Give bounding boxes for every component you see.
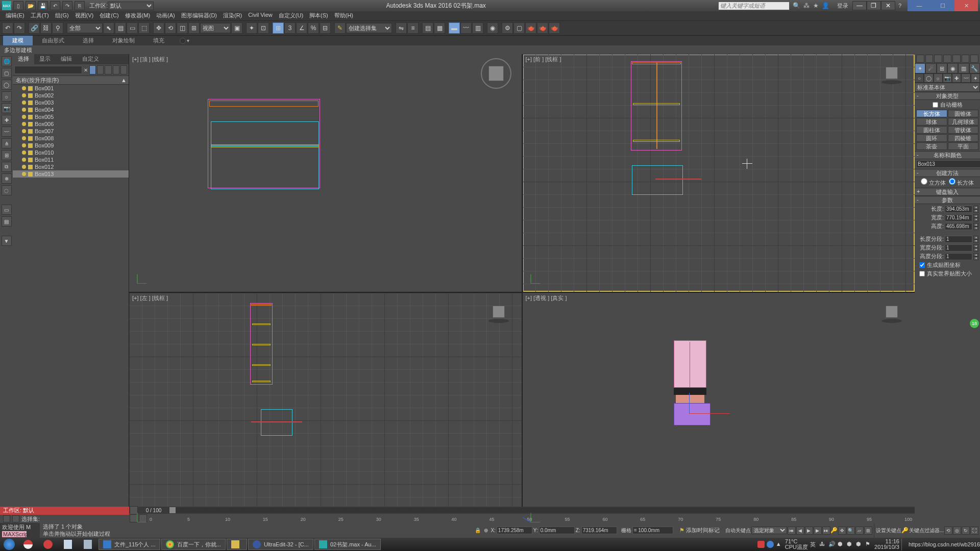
viewport-persp-label[interactable]: [+] [透视 ] [真实 ] xyxy=(526,294,567,302)
visibility-icon[interactable] xyxy=(22,172,26,176)
z-input[interactable] xyxy=(581,527,617,534)
layers-icon[interactable]: ▤ xyxy=(422,22,433,34)
visibility-icon[interactable] xyxy=(22,151,26,155)
task-item[interactable] xyxy=(227,539,247,550)
radio-cube[interactable]: 立方体 xyxy=(921,178,946,187)
start-button[interactable] xyxy=(0,538,18,551)
maximize-button[interactable]: ☐ xyxy=(931,0,954,11)
menu-edit[interactable]: 编辑(E) xyxy=(3,11,27,20)
goto-start-icon[interactable]: ⏮ xyxy=(788,527,796,535)
prim-torus-button[interactable]: 圆环 xyxy=(916,134,947,142)
list-item[interactable]: Box006 xyxy=(13,120,129,128)
select-object-icon[interactable]: ⬉ xyxy=(103,22,114,34)
systems-subtab-icon[interactable]: ✦ xyxy=(971,73,980,83)
visibility-icon[interactable] xyxy=(22,93,26,97)
height-spinner[interactable]: ▴▾ xyxy=(973,223,978,230)
select-name-icon[interactable]: ▤ xyxy=(115,22,126,34)
play-icon[interactable]: ▶ xyxy=(805,527,813,535)
select-rect-icon[interactable]: ▭ xyxy=(127,22,138,34)
ls-warp-icon[interactable]: 〰 xyxy=(2,127,12,137)
cmd-ic2-icon[interactable] xyxy=(925,55,934,63)
redo-icon[interactable]: ↷ xyxy=(14,22,25,34)
realworld-checkbox[interactable] xyxy=(919,271,925,277)
layer-explorer-icon[interactable]: ▦ xyxy=(434,22,445,34)
motion-tab-icon[interactable]: ◉ xyxy=(947,63,958,73)
tray-s-icon[interactable] xyxy=(757,541,765,548)
ls-light-icon[interactable]: ☼ xyxy=(2,91,12,102)
named-sel-set[interactable]: 创建选择集 xyxy=(346,23,392,33)
goto-end-icon[interactable]: ⏭ xyxy=(822,527,830,535)
viewport-top-label[interactable]: [+] [顶 ] [线框 ] xyxy=(132,56,168,63)
nav-dolly-icon[interactable]: ◎ xyxy=(953,527,961,535)
menu-create[interactable]: 创建(C) xyxy=(97,11,121,20)
autokey-label[interactable]: 自动关键点 xyxy=(725,527,751,534)
login-link[interactable]: 登录 xyxy=(837,2,848,10)
list-item[interactable]: Box002 xyxy=(13,92,129,99)
ribbon-tab-populate[interactable]: 填充 xyxy=(144,36,174,45)
create-tab-icon[interactable]: ✦ xyxy=(915,63,925,73)
percent-snap-icon[interactable]: % xyxy=(308,22,319,34)
ls-bone-icon[interactable]: ⋔ xyxy=(2,138,12,148)
prev-frame-icon[interactable]: ◀ xyxy=(796,527,804,535)
category-select[interactable]: 标准基本体 xyxy=(915,83,980,92)
utilities-tab-icon[interactable]: 🔧 xyxy=(969,63,980,73)
height-input[interactable] xyxy=(945,223,972,230)
star-icon[interactable]: ★ xyxy=(812,2,820,10)
menu-customize[interactable]: 自定义(U) xyxy=(276,11,306,20)
toggle-ribbon-icon[interactable]: ▬ xyxy=(449,22,460,34)
explorer-tool4-icon[interactable] xyxy=(113,65,119,74)
key-icon[interactable]: 🔑 xyxy=(831,527,838,534)
rollout-createmethod[interactable]: -创建方法 xyxy=(915,169,980,177)
ls-cam-icon[interactable]: 📷 xyxy=(2,103,12,113)
ws-icon2[interactable] xyxy=(12,515,19,522)
task-item[interactable]: 百度一下，你就... xyxy=(161,539,226,550)
hseg-input[interactable] xyxy=(945,253,972,260)
helpers-subtab-icon[interactable]: ✚ xyxy=(952,73,961,83)
align-icon[interactable]: ≡ xyxy=(407,22,419,34)
pin-pokeball-icon[interactable] xyxy=(18,538,38,550)
edit-selection-icon[interactable]: ✎ xyxy=(334,22,346,34)
list-item[interactable]: Box012 xyxy=(13,163,129,170)
viewport-top[interactable]: [+] [顶 ] [线框 ] xyxy=(129,54,522,292)
hierarchy-tab-icon[interactable]: ⊞ xyxy=(937,63,947,73)
shapes-subtab-icon[interactable]: ◯ xyxy=(924,73,933,83)
viewport-perspective[interactable]: [+] [透视 ] [真实 ] xyxy=(523,293,915,531)
explorer-clear-icon[interactable]: ✕ xyxy=(83,66,88,73)
tray-ime-icon[interactable]: 英 xyxy=(810,541,817,548)
cameras-subtab-icon[interactable]: 📷 xyxy=(943,73,952,83)
genuv-checkbox[interactable] xyxy=(919,262,925,268)
menu-help[interactable]: 帮助(H) xyxy=(332,11,356,20)
list-item[interactable]: Box001 xyxy=(13,85,129,92)
inner-minimize-icon[interactable]: — xyxy=(852,1,867,10)
list-item[interactable]: Box004 xyxy=(13,106,129,113)
qat-open-icon[interactable]: 📂 xyxy=(26,1,36,10)
spinner-snap-icon[interactable]: ⊟ xyxy=(320,22,331,34)
render-last-icon[interactable]: 🫖 xyxy=(549,22,560,34)
ws-icon1[interactable] xyxy=(3,515,10,522)
menu-graph[interactable]: 图形编辑器(D) xyxy=(179,11,219,20)
prim-geosphere-button[interactable]: 几何球体 xyxy=(948,118,979,126)
scale-icon[interactable]: ◫ xyxy=(177,22,188,34)
modify-tab-icon[interactable]: ☄ xyxy=(925,63,936,73)
mirror-icon[interactable]: ⇋ xyxy=(396,22,407,34)
comm-icon[interactable]: ⁂ xyxy=(802,2,811,10)
visibility-icon[interactable] xyxy=(22,165,26,169)
curve-editor-icon[interactable]: 〰 xyxy=(460,22,472,34)
angle-snap-icon[interactable]: ∠ xyxy=(296,22,307,34)
prim-cone-button[interactable]: 圆锥体 xyxy=(948,110,979,117)
nav-roll-icon[interactable]: ↻ xyxy=(962,527,970,535)
menu-civilview[interactable]: Civil View xyxy=(246,11,275,20)
geom-subtab-icon[interactable]: ○ xyxy=(915,73,924,83)
ls-layer-icon[interactable]: ▤ xyxy=(2,216,12,227)
display-tab-icon[interactable]: ▥ xyxy=(958,63,969,73)
explorer-column-header[interactable]: 名称(按升序排序) ▲ xyxy=(13,76,129,85)
search-icon[interactable]: 🔍 xyxy=(793,2,801,10)
floating-badge[interactable]: 18 xyxy=(970,319,979,328)
x-input[interactable] xyxy=(497,527,532,534)
list-item[interactable]: Box010 xyxy=(13,149,129,156)
workspace-select[interactable]: 默认 xyxy=(108,2,154,10)
rollout-namecolor[interactable]: -名称和颜色 xyxy=(915,151,980,159)
snap-3-icon[interactable]: 3 xyxy=(284,22,296,34)
prim-pyramid-button[interactable]: 四棱锥 xyxy=(948,134,979,142)
cmd-ic1-icon[interactable] xyxy=(916,55,924,63)
